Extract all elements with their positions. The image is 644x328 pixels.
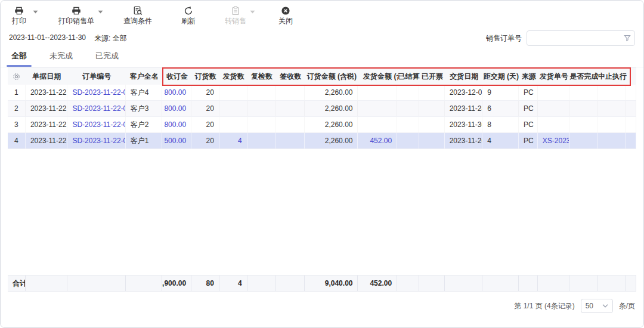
cell-sign_qty <box>275 117 305 132</box>
tab-incomplete[interactable]: 未完成 <box>47 51 75 67</box>
total-cell-invoiced <box>419 276 445 291</box>
cell-aborted <box>597 133 626 148</box>
header-cell-delivery_date[interactable]: 交货日期 <box>445 68 483 85</box>
header-cell-recheck_qty[interactable]: 复检数 <box>247 68 276 85</box>
header-cell-completed[interactable]: 是否完成 <box>569 68 598 85</box>
cell-customer: 客户1 <box>126 133 163 148</box>
table-row[interactable]: 12023-11-22SD-2023-11-22-000...客户4800.00… <box>8 85 636 101</box>
refresh-icon <box>184 6 193 16</box>
cell-order_no[interactable]: SD-2023-11-22-000... <box>67 133 125 148</box>
header-cell-settled[interactable]: 已结算 <box>398 68 420 85</box>
total-cell-ship_qty: 4 <box>219 276 247 291</box>
cell-ship_qty[interactable]: 4 <box>219 133 247 148</box>
refresh-button[interactable]: 刷新 <box>178 6 199 25</box>
cell-deposit[interactable]: 800.00 <box>162 85 191 100</box>
header-cell-ship_no[interactable]: 发货单号 <box>538 68 570 85</box>
header-cell-source[interactable]: 来源 <box>519 68 538 85</box>
close-button-label: 关闭 <box>278 17 293 25</box>
toolbar: 打印 打印销售单 查询条件 刷新 <box>1 1 643 29</box>
total-cell-ship_amount: 452.00 <box>358 276 397 291</box>
cell-ship_no <box>538 85 569 100</box>
cell-order_amount: 2,260.00 <box>305 117 358 132</box>
to-sales-button[interactable]: 转销售 <box>225 6 246 25</box>
cell-ship_qty <box>219 101 247 116</box>
cell-source: PC <box>519 117 538 132</box>
cell-ship_no <box>538 101 569 116</box>
cell-ship_qty <box>219 117 247 132</box>
header-cell-customer[interactable]: 客户全名 <box>126 68 163 85</box>
close-button[interactable]: 关闭 <box>275 6 296 25</box>
total-cell-order_no <box>67 276 125 291</box>
cell-ship_qty <box>219 85 247 100</box>
date-range-text: 2023-11-01--2023-11-30 <box>9 33 86 44</box>
print-sales-order-button[interactable]: 打印销售单 <box>58 6 94 25</box>
total-label-cell: 合计 <box>8 276 26 291</box>
total-cell-completed <box>569 276 598 291</box>
cell-deposit[interactable]: 500.00 <box>162 133 191 148</box>
sales-order-no-label: 销售订单号 <box>486 33 522 44</box>
table-header-row: 单据日期订单编号客户全名收订金订货数发货数复检数签收数订货金额 (含税)发货金额… <box>8 67 636 85</box>
gear-icon[interactable] <box>12 72 21 81</box>
header-cell-order_no[interactable]: 订单编号 <box>68 68 126 85</box>
cell-order_amount: 2,260.00 <box>305 85 358 100</box>
search-document-icon <box>133 6 143 16</box>
table-row[interactable]: 42023-11-22SD-2023-11-22-000...客户1500.00… <box>8 133 636 149</box>
table-empty-area <box>8 149 636 275</box>
page-size-select[interactable]: 50 <box>581 299 613 313</box>
to-sales-dropdown-caret-icon[interactable] <box>250 10 255 14</box>
cell-sign_qty <box>275 133 305 148</box>
header-cell-days[interactable]: 距交期 (天) <box>483 68 519 85</box>
cell-date: 2023-11-22 <box>26 101 68 116</box>
cell-sign_qty <box>275 85 305 100</box>
header-cell-ship_amount[interactable]: 发货金额 (含税 <box>358 68 398 85</box>
cell-rownum: 4 <box>8 133 26 148</box>
table-row[interactable]: 22023-11-22SD-2023-11-22-000...客户3800.00… <box>8 101 636 117</box>
total-cell-source <box>519 276 538 291</box>
cell-ship_amount <box>358 117 397 132</box>
cell-order_no[interactable]: SD-2023-11-22-000... <box>67 117 125 132</box>
sales-order-no-input[interactable] <box>527 30 635 46</box>
cell-ship_no[interactable]: XS-2023... <box>538 133 569 148</box>
refresh-button-label: 刷新 <box>181 17 196 25</box>
filter-funnel-icon[interactable] <box>624 35 631 42</box>
print-sales-order-dropdown-caret-icon[interactable] <box>98 10 103 14</box>
cell-completed <box>569 101 598 116</box>
header-cell-invoiced[interactable]: 已开票 <box>420 68 445 85</box>
header-cell-aborted[interactable]: 中止执行 <box>598 68 627 85</box>
query-conditions-button[interactable]: 查询条件 <box>123 6 152 25</box>
header-cell-deposit[interactable]: 收订金 <box>163 68 192 85</box>
cell-order_qty: 20 <box>191 85 219 100</box>
cell-filler <box>626 117 636 132</box>
cell-settled <box>397 85 419 100</box>
tab-all[interactable]: 全部 <box>9 51 29 67</box>
header-cell-ship_qty[interactable]: 发货数 <box>219 68 247 85</box>
cell-invoiced <box>419 133 445 148</box>
column-settings-cell[interactable] <box>8 68 26 85</box>
cell-deposit[interactable]: 800.00 <box>162 117 191 132</box>
total-cell-aborted <box>597 276 626 291</box>
cell-recheck_qty <box>247 117 276 132</box>
header-cell-sign_qty[interactable]: 签收数 <box>276 68 305 85</box>
tab-completed[interactable]: 已完成 <box>93 51 121 67</box>
print-button[interactable]: 打印 <box>9 6 29 25</box>
print-dropdown-caret-icon[interactable] <box>33 10 38 14</box>
cell-order_no[interactable]: SD-2023-11-22-000... <box>67 101 125 116</box>
cell-ship_amount[interactable]: 452.00 <box>358 133 397 148</box>
cell-date: 2023-11-22 <box>26 117 68 132</box>
cell-deposit[interactable]: 800.00 <box>162 101 191 116</box>
print-button-label: 打印 <box>12 17 26 25</box>
cell-order_no[interactable]: SD-2023-11-22-000... <box>67 85 125 100</box>
table-row[interactable]: 32023-11-22SD-2023-11-22-000...客户2800.00… <box>8 117 636 133</box>
header-cell-order_amount[interactable]: 订货金额 (含税) <box>305 68 359 85</box>
cell-delivery_date: 2023-12-01 <box>445 85 483 100</box>
cell-customer: 客户2 <box>126 117 163 132</box>
cell-recheck_qty <box>247 85 276 100</box>
per-page-label: 条/页 <box>619 299 635 313</box>
cell-sign_qty <box>275 101 305 116</box>
cell-order_amount: 2,260.00 <box>305 101 358 116</box>
header-cell-date[interactable]: 单据日期 <box>26 68 68 85</box>
cell-ship_amount <box>358 101 397 116</box>
cell-delivery_date: 2023-11-26 <box>445 133 483 148</box>
header-cell-order_qty[interactable]: 订货数 <box>191 68 219 85</box>
print-sales-order-button-label: 打印销售单 <box>58 17 94 25</box>
